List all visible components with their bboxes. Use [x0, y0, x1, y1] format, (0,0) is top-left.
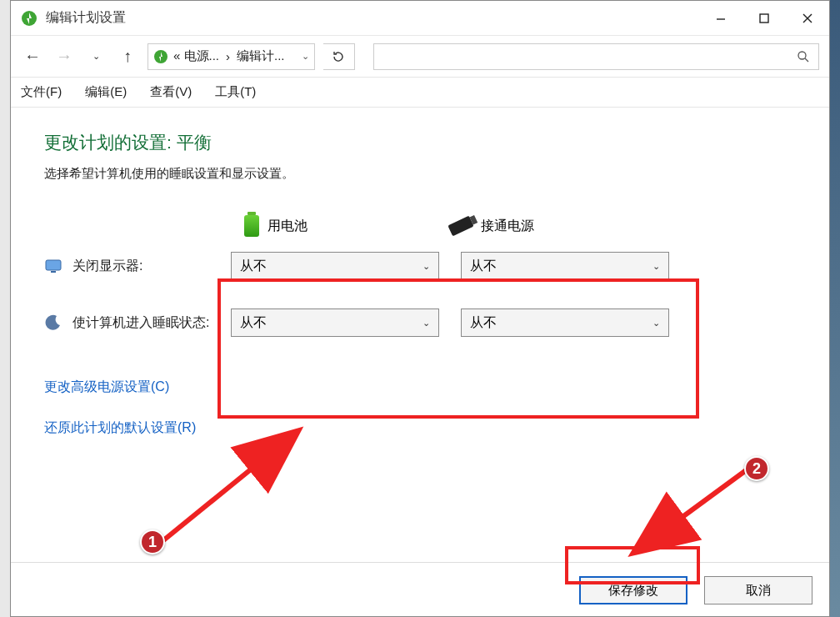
row-display: 关闭显示器: 从不⌄ 从不⌄ — [44, 252, 796, 280]
window: 编辑计划设置 ← → ⌄ ↑ « 电源... › 编辑计... ⌄ 文件(F) … — [10, 0, 830, 617]
maximize-button[interactable] — [742, 1, 786, 36]
breadcrumb-dropdown-icon[interactable]: ⌄ — [302, 51, 309, 62]
search-input[interactable] — [373, 43, 819, 70]
cancel-button[interactable]: 取消 — [704, 576, 812, 604]
battery-icon — [244, 215, 259, 237]
up-button[interactable]: ↑ — [116, 45, 139, 68]
annotation-marker-2: 2 — [744, 456, 769, 481]
menu-edit[interactable]: 编辑(E) — [85, 84, 127, 100]
column-battery: 用电池 — [244, 215, 308, 237]
monitor-icon — [44, 257, 62, 275]
minimize-button[interactable] — [699, 1, 742, 36]
display-row-label: 关闭显示器: — [72, 258, 231, 275]
menu-tools[interactable]: 工具(T) — [215, 84, 256, 100]
addr-icon — [153, 49, 168, 64]
plug-icon — [448, 216, 473, 237]
back-button[interactable]: ← — [21, 45, 44, 68]
display-battery-dropdown[interactable]: 从不⌄ — [231, 252, 439, 280]
moon-icon — [44, 314, 62, 332]
menu-view[interactable]: 查看(V) — [150, 84, 192, 100]
content-area: 更改计划的设置: 平衡 选择希望计算机使用的睡眠设置和显示设置。 用电池 接通电… — [11, 108, 829, 484]
menu-file[interactable]: 文件(F) — [21, 84, 62, 100]
sleep-row-label: 使计算机进入睡眠状态: — [72, 314, 231, 332]
chevron-down-icon: ⌄ — [652, 318, 660, 329]
nav-bar: ← → ⌄ ↑ « 电源... › 编辑计... ⌄ — [11, 36, 829, 78]
address-bar[interactable]: « 电源... › 编辑计... ⌄ — [148, 43, 315, 70]
chevron-down-icon: ⌄ — [422, 261, 430, 272]
chevron-down-icon: ⌄ — [652, 261, 660, 272]
forward-button[interactable]: → — [52, 45, 76, 68]
chevron-down-icon: ⌄ — [422, 318, 430, 329]
battery-label: 用电池 — [268, 218, 308, 235]
annotation-marker-1: 1 — [140, 529, 165, 554]
menu-bar: 文件(F) 编辑(E) 查看(V) 工具(T) — [11, 78, 829, 108]
window-title: 编辑计划设置 — [46, 9, 126, 27]
row-sleep: 使计算机进入睡眠状态: 从不⌄ 从不⌄ — [44, 308, 796, 337]
breadcrumb-seg2: 编辑计... — [237, 48, 285, 64]
breadcrumb-sep: › — [226, 49, 230, 63]
sleep-battery-dropdown[interactable]: 从不⌄ — [231, 308, 439, 337]
svg-line-7 — [805, 58, 808, 62]
restore-defaults-link[interactable]: 还原此计划的默认设置(R) — [44, 419, 796, 437]
breadcrumb-seg1: « 电源... — [173, 48, 219, 64]
display-plugged-dropdown[interactable]: 从不⌄ — [461, 252, 669, 280]
plan-title: 更改计划的设置: 平衡 — [44, 131, 796, 154]
power-plan-icon — [21, 10, 38, 27]
search-icon — [797, 50, 810, 63]
plugged-label: 接通电源 — [481, 218, 534, 235]
svg-rect-2 — [760, 14, 768, 23]
close-button[interactable] — [786, 1, 829, 36]
svg-rect-9 — [51, 271, 56, 273]
refresh-button[interactable] — [323, 43, 355, 70]
save-button[interactable]: 保存修改 — [579, 576, 688, 604]
svg-rect-8 — [46, 260, 61, 270]
advanced-settings-link[interactable]: 更改高级电源设置(C) — [44, 379, 796, 396]
column-plugged: 接通电源 — [449, 218, 534, 235]
svg-point-6 — [798, 52, 806, 59]
recent-dropdown[interactable]: ⌄ — [84, 45, 108, 68]
sleep-plugged-dropdown[interactable]: 从不⌄ — [461, 308, 669, 337]
plan-description: 选择希望计算机使用的睡眠设置和显示设置。 — [44, 166, 796, 182]
titlebar: 编辑计划设置 — [11, 1, 829, 36]
footer-buttons: 保存修改 取消 — [579, 576, 812, 604]
